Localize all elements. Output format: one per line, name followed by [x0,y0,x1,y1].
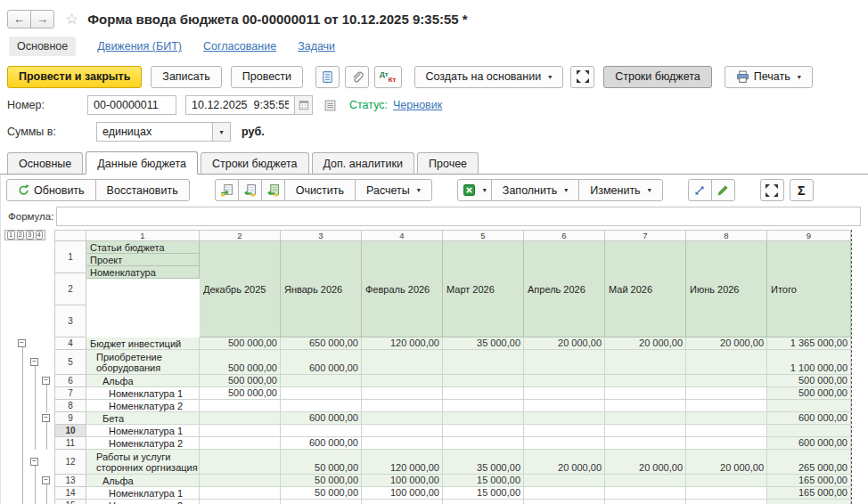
table-fullscreen-button[interactable] [760,179,784,201]
column-header-1[interactable]: 1 [86,230,200,241]
grid-cell[interactable] [281,425,362,437]
formula-input[interactable] [56,207,861,226]
row-number-12[interactable]: 12 [54,450,86,475]
grid-cell[interactable]: 20 000,00 [605,450,686,475]
grid-cell[interactable] [362,400,443,412]
grid-cell[interactable] [443,437,524,450]
grid-cell[interactable]: 600 000,00 [281,412,362,425]
grid-cell[interactable] [686,500,767,504]
grid-cell[interactable]: 50 000,00 [281,487,362,500]
grid-cell[interactable] [686,487,767,500]
grid-cell[interactable] [524,500,605,504]
grid-cell[interactable]: Номенклатура 1 [86,487,200,500]
fill-button[interactable]: Заполнить▾ [491,179,579,201]
grid-cell[interactable]: Номенклатура 2 [86,500,200,504]
grid-cell[interactable] [281,387,362,400]
month-header[interactable]: Итого [767,241,851,337]
grid-cell[interactable] [524,387,605,400]
collapse-icon[interactable]: − [42,414,50,422]
grid-cell[interactable]: Номенклатура 2 [86,437,200,450]
grid-cell[interactable] [605,437,686,450]
grid-cell[interactable] [362,437,443,450]
grid-cell[interactable]: 600 000,00 [767,437,851,450]
group-level-button-3[interactable]: 3 [26,231,34,240]
sums-dropdown-button[interactable]: ▾ [212,122,231,142]
status-link[interactable]: Черновик [393,99,442,111]
month-header[interactable]: Февраль 2026 [362,241,443,337]
grid-cell[interactable]: 600 000,00 [767,412,851,425]
column-header-2[interactable]: 2 [200,230,281,241]
grid-cell[interactable]: Бюджет инвестиций [86,337,200,350]
collapse-icon[interactable]: − [18,339,26,347]
grid-cell[interactable] [605,500,686,504]
column-header-3[interactable]: 3 [281,230,362,241]
grid-cell[interactable] [686,387,767,400]
grid-cell[interactable] [362,350,443,375]
month-header[interactable]: Май 2026 [605,241,686,337]
month-header[interactable]: Июнь 2026 [686,241,767,337]
group-level-button-4[interactable]: 4 [36,231,44,240]
tab-4[interactable]: Прочее [417,152,479,174]
grid-cell[interactable] [524,437,605,450]
nav-item-2[interactable]: Согласование [203,40,276,53]
document-list-button[interactable] [323,99,337,112]
grid-cell[interactable] [443,350,524,375]
save-to-file-button[interactable] [238,179,262,201]
column-header-7[interactable]: 7 [605,230,686,241]
load-from-file-button[interactable] [215,179,239,201]
grid-cell[interactable]: Работы и услуги сторонних оргнизация [86,450,200,475]
row-number-11[interactable]: 11 [54,437,86,450]
grid-cell[interactable] [767,500,851,504]
post-and-close-button[interactable]: Провести и закрыть [7,66,142,88]
grid-cell[interactable] [524,425,605,437]
nav-item-1[interactable]: Движения (БИТ) [97,40,182,53]
grid-cell[interactable] [605,412,686,425]
grid-cell[interactable] [443,387,524,400]
grid-cell[interactable] [767,425,851,437]
grid-cell[interactable]: 35 000,00 [443,337,524,350]
grid-cell[interactable]: 35 000,00 [443,450,524,475]
calendar-button[interactable] [294,95,313,115]
grid-cell[interactable]: Номенклатура 1 [86,425,200,437]
corner-header-cell[interactable] [54,230,86,241]
column-header-5[interactable]: 5 [443,230,524,241]
grid-cell[interactable] [200,487,281,500]
grid-cell[interactable] [767,400,851,412]
grid-cell[interactable] [605,475,686,487]
grid-cell[interactable]: 100 000,00 [362,487,443,500]
column-header-8[interactable]: 8 [686,230,767,241]
grid-cell[interactable] [200,400,281,412]
grid-cell[interactable] [362,387,443,400]
row-number-15[interactable]: 15 [54,500,86,504]
grid-cell[interactable] [686,425,767,437]
grid-cell[interactable] [605,487,686,500]
grid-cell[interactable]: 165 000,00 [767,475,851,487]
grid-cell[interactable] [524,412,605,425]
grid-cell[interactable]: 20 000,00 [605,337,686,350]
grid-cell[interactable] [281,400,362,412]
journal-button[interactable] [315,66,340,88]
row-number-14[interactable]: 14 [54,487,86,500]
column-header-4[interactable]: 4 [362,230,443,241]
grid-cell[interactable]: 650 000,00 [281,337,362,350]
row-number-3[interactable]: 3 [54,305,86,337]
grid-cell[interactable] [443,425,524,437]
row-number-9[interactable]: 9 [54,412,86,425]
month-header[interactable]: Январь 2026 [281,241,362,337]
grid-cell[interactable] [443,500,524,504]
attachments-button[interactable] [345,66,369,88]
grid-cell[interactable]: Альфа [86,375,200,387]
print-button[interactable]: Печать▾ [725,66,813,88]
row-number-8[interactable]: 8 [54,400,86,412]
back-button[interactable]: ← [7,10,31,28]
grid-cell[interactable]: 50 000,00 [281,450,362,475]
grid-cell[interactable] [686,475,767,487]
grid-cell[interactable] [605,350,686,375]
load-template-button[interactable] [261,179,285,201]
grid-cell[interactable]: 500 000,00 [200,387,281,400]
sums-select[interactable] [96,122,212,142]
grid-cell[interactable] [443,400,524,412]
excel-button[interactable]: ▾ [457,179,492,201]
group-level-button-2[interactable]: 2 [17,231,25,240]
grid-cell[interactable]: 20 000,00 [524,450,605,475]
